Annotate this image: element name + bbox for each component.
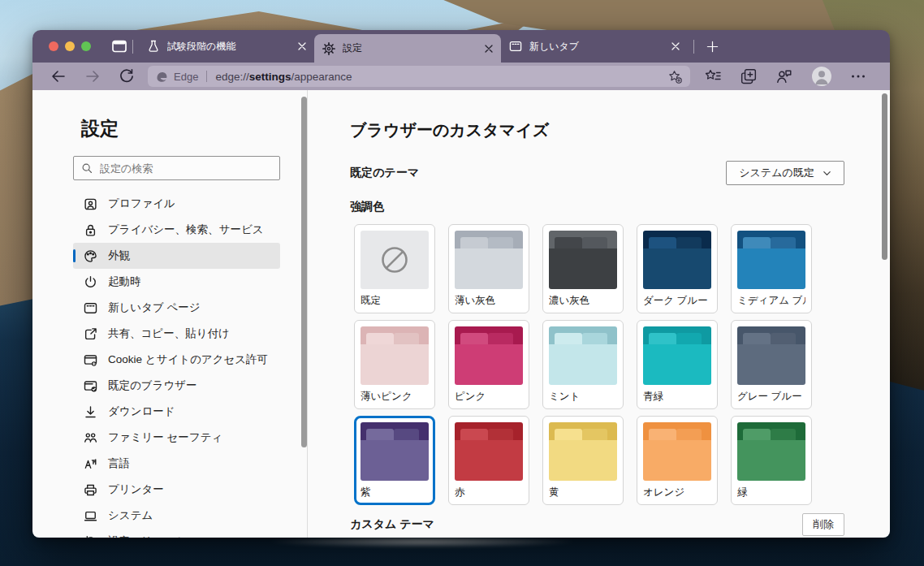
theme-swatch-light-gray[interactable]: 薄い灰色 bbox=[448, 224, 529, 313]
search-input[interactable] bbox=[100, 162, 262, 175]
edge-badge-label: Edge bbox=[174, 71, 198, 83]
more-button[interactable] bbox=[851, 68, 866, 84]
page-scrollbar[interactable] bbox=[882, 93, 887, 260]
preview-inactive-tab bbox=[771, 237, 796, 248]
add-favorite-icon[interactable] bbox=[668, 70, 682, 84]
theme-swatch-yellow[interactable]: 黄 bbox=[542, 416, 624, 505]
preview-active-tab bbox=[743, 237, 771, 248]
preview-active-tab bbox=[460, 429, 488, 440]
tab-separator bbox=[693, 40, 694, 54]
share-feedback-button[interactable] bbox=[776, 68, 792, 84]
settings-content: 設定 プロファイルプライバシー、検索、サービス外観起動時新しいタブ ページ共有、… bbox=[32, 90, 890, 538]
flask-icon bbox=[147, 40, 160, 53]
preview-inactive-tab bbox=[676, 333, 702, 344]
theme-swatch-dark-gray[interactable]: 濃い灰色 bbox=[542, 224, 624, 313]
forward-button bbox=[84, 68, 101, 84]
close-tab-icon[interactable] bbox=[671, 42, 680, 50]
theme-swatch-orange[interactable]: オレンジ bbox=[637, 416, 718, 505]
theme-preview bbox=[361, 326, 429, 385]
theme-swatch-teal[interactable]: 青緑 bbox=[637, 320, 718, 409]
sidebar-item-new-tab-page[interactable]: 新しいタブ ページ bbox=[73, 295, 280, 321]
close-window-button[interactable] bbox=[49, 41, 58, 51]
theme-swatch-light-pink[interactable]: 薄いピンク bbox=[354, 320, 435, 409]
preview-body bbox=[643, 344, 711, 385]
sidebar-item-profile[interactable]: プロファイル bbox=[73, 191, 280, 217]
sidebar-item-label: 起動時 bbox=[108, 274, 141, 289]
theme-swatch-purple[interactable]: 紫 bbox=[354, 416, 435, 505]
theme-swatch-pink[interactable]: ピンク bbox=[448, 320, 529, 409]
chevron-down-icon bbox=[823, 169, 831, 178]
theme-swatch-label: 赤 bbox=[455, 486, 523, 499]
collections-button[interactable] bbox=[740, 68, 757, 84]
preview-inactive-tab bbox=[676, 429, 702, 440]
sidebar-title: 設定 bbox=[81, 116, 307, 141]
lock-icon bbox=[84, 223, 97, 237]
tab-experiments[interactable]: 試験段階の機能 bbox=[139, 30, 314, 63]
nav-buttons bbox=[32, 68, 135, 84]
sidebar-item-label: 外観 bbox=[108, 248, 130, 263]
delete-theme-button[interactable]: 削除 bbox=[802, 513, 844, 536]
preview-body bbox=[643, 440, 711, 481]
favorites-button[interactable] bbox=[705, 68, 721, 84]
sidebar-nav-list: プロファイルプライバシー、検索、サービス外観起動時新しいタブ ページ共有、コピー… bbox=[32, 191, 307, 538]
theme-swatch-red[interactable]: 赤 bbox=[448, 416, 529, 505]
preview-body bbox=[361, 440, 429, 481]
sidebar-item-family-safety[interactable]: ファミリー セーフティ bbox=[73, 425, 280, 451]
sidebar-item-privacy[interactable]: プライバシー、検索、サービス bbox=[73, 217, 280, 243]
zoom-window-button[interactable] bbox=[81, 41, 91, 51]
preview-inactive-tab bbox=[771, 429, 796, 440]
sidebar-item-default-browser[interactable]: 既定のブラウザー bbox=[73, 373, 280, 399]
prohibited-icon bbox=[377, 242, 412, 278]
tab-strip: 試験段階の機能設定新しいタブ bbox=[139, 30, 688, 63]
preview-inactive-tab bbox=[488, 429, 513, 440]
sidebar-scrollbar[interactable] bbox=[301, 97, 307, 447]
sidebar-item-share-copy-paste[interactable]: 共有、コピー、貼り付け bbox=[73, 321, 280, 347]
tab-new-tab[interactable]: 新しいタブ bbox=[501, 30, 688, 63]
theme-swatch-label: 黄 bbox=[549, 486, 617, 499]
theme-preview bbox=[361, 231, 429, 289]
address-bar[interactable]: Edge edge://settings/appearance bbox=[148, 66, 690, 87]
sidebar-item-startup[interactable]: 起動時 bbox=[73, 269, 280, 295]
preview-body bbox=[737, 440, 805, 481]
tab-label: 設定 bbox=[343, 41, 477, 55]
sidebar-item-appearance[interactable]: 外観 bbox=[73, 243, 280, 269]
sidebar-item-languages[interactable]: 言語 bbox=[73, 451, 280, 477]
sidebar-item-label: プリンター bbox=[108, 482, 164, 497]
sidebar-item-cookies-permissions[interactable]: Cookie とサイトのアクセス許可 bbox=[73, 347, 280, 373]
theme-swatch-default[interactable]: 既定 bbox=[354, 224, 435, 313]
theme-preview bbox=[737, 231, 805, 289]
sidebar-item-printers[interactable]: プリンター bbox=[73, 477, 280, 503]
settings-search-box[interactable] bbox=[73, 156, 280, 180]
theme-swatch-gray-blue[interactable]: グレー ブルー bbox=[731, 320, 812, 409]
theme-swatch-label: オレンジ bbox=[643, 486, 711, 499]
theme-preview bbox=[643, 231, 711, 289]
preview-active-tab bbox=[460, 237, 488, 248]
power-icon bbox=[84, 275, 97, 289]
back-button[interactable] bbox=[50, 68, 67, 84]
tab-overview-icon[interactable] bbox=[112, 40, 127, 53]
close-tab-icon[interactable] bbox=[298, 42, 306, 50]
tab-settings[interactable]: 設定 bbox=[314, 34, 501, 63]
sidebar-item-label: 共有、コピー、貼り付け bbox=[108, 326, 230, 341]
minimize-window-button[interactable] bbox=[65, 41, 75, 51]
close-tab-icon[interactable] bbox=[485, 45, 493, 53]
theme-swatch-label: グレー ブルー bbox=[737, 390, 805, 404]
theme-swatch-label: ピンク bbox=[455, 390, 523, 404]
theme-swatch-mint[interactable]: ミント bbox=[542, 320, 624, 409]
refresh-button[interactable] bbox=[119, 68, 135, 84]
profile-button[interactable] bbox=[812, 67, 831, 86]
sidebar-item-reset-settings[interactable]: 設定のリセット bbox=[73, 529, 280, 538]
palette-icon bbox=[84, 249, 97, 263]
theme-preview bbox=[455, 231, 523, 289]
theme-swatch-medium-blue[interactable]: ミディアム ブルー bbox=[731, 224, 812, 313]
theme-preview bbox=[643, 422, 711, 481]
theme-swatch-dark-blue[interactable]: ダーク ブルー bbox=[637, 224, 718, 313]
tab-separator bbox=[132, 40, 133, 54]
new-tab-button[interactable] bbox=[706, 41, 719, 53]
default-browser-icon bbox=[84, 379, 97, 393]
sidebar-item-downloads[interactable]: ダウンロード bbox=[73, 399, 280, 425]
theme-swatch-green[interactable]: 緑 bbox=[731, 416, 812, 505]
sidebar-item-system[interactable]: システム bbox=[73, 503, 280, 529]
theme-dropdown[interactable]: システムの既定 bbox=[726, 161, 844, 185]
preview-inactive-tab bbox=[488, 333, 513, 344]
